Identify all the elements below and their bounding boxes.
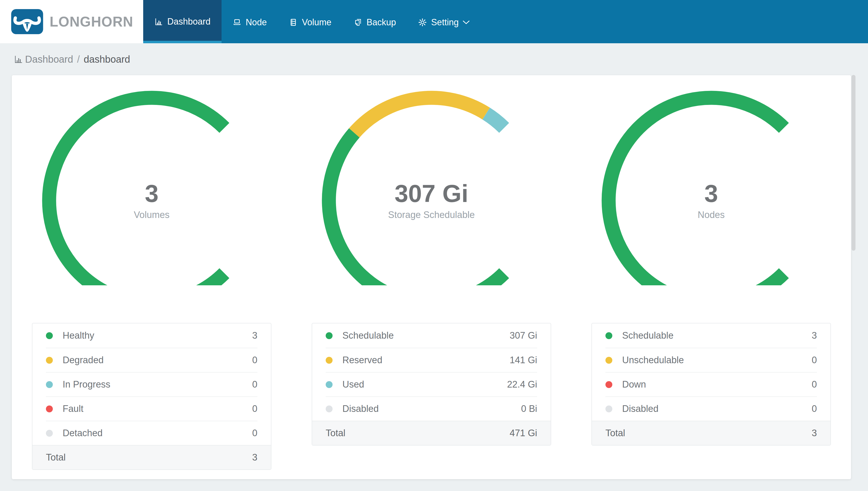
- table-row: Schedulable 307 Gi: [326, 323, 537, 348]
- volumes-legend-table: Healthy 3 Degraded 0 In Progress 0 Fault…: [32, 323, 271, 470]
- gauge-center: 3 Volumes: [41, 180, 262, 221]
- row-label: Down: [622, 379, 646, 390]
- row-value: 307 Gi: [510, 330, 537, 341]
- table-total-row: Total 471 Gi: [312, 421, 551, 445]
- table-row: Degraded 0: [46, 348, 257, 372]
- nav-item-node[interactable]: Node: [221, 0, 278, 43]
- row-label: Disabled: [342, 404, 379, 414]
- nav-item-setting[interactable]: Setting: [407, 0, 481, 43]
- table-row: Healthy 3: [46, 323, 257, 348]
- row-value: 0: [812, 379, 817, 390]
- row-label: Healthy: [63, 330, 94, 341]
- disabled-dot: [326, 405, 333, 412]
- table-row: Unschedulable 0: [606, 348, 817, 372]
- table-row: Disabled 0: [606, 396, 817, 421]
- total-value: 471 Gi: [510, 428, 537, 438]
- total-label: Total: [46, 452, 66, 463]
- breadcrumb-section[interactable]: Dashboard: [25, 54, 73, 65]
- table-row: Schedulable 3: [606, 323, 817, 348]
- row-label: Fault: [63, 404, 83, 414]
- nav-label: Node: [246, 17, 267, 28]
- schedulable-dot: [326, 332, 333, 339]
- laptop-icon: [232, 18, 242, 27]
- row-label: Schedulable: [342, 330, 394, 341]
- nodes-legend-table: Schedulable 3 Unschedulable 0 Down 0 Dis…: [591, 323, 831, 445]
- nav-label: Backup: [367, 17, 396, 28]
- gauge-center: 307 Gi Storage Schedulable: [321, 180, 542, 221]
- down-dot: [606, 381, 612, 388]
- volumes-panel: 3 Volumes Healthy 3 Degraded 0 In Progre…: [12, 75, 291, 479]
- brand-text: LONGHORN: [50, 13, 133, 30]
- row-label: Schedulable: [622, 330, 674, 341]
- row-label: Degraded: [63, 355, 104, 366]
- table-row: Detached 0: [46, 421, 257, 445]
- row-label: In Progress: [63, 379, 110, 390]
- total-value: 3: [252, 452, 257, 463]
- row-label: Reserved: [342, 355, 382, 366]
- table-row: Down 0: [606, 372, 817, 396]
- dashboard-card: 3 Volumes Healthy 3 Degraded 0 In Progre…: [12, 75, 851, 479]
- row-value: 0: [812, 404, 817, 414]
- bar-chart-icon: [14, 55, 23, 64]
- table-row: Reserved 141 Gi: [326, 348, 537, 372]
- top-header: LONGHORN Dashboard: [0, 0, 868, 43]
- copy-icon: [353, 18, 362, 27]
- bar-chart-icon: [154, 17, 163, 26]
- row-value: 141 Gi: [510, 355, 537, 366]
- storage-panel: 307 Gi Storage Schedulable Schedulable 3…: [291, 75, 571, 479]
- nav-item-volume[interactable]: Volume: [278, 0, 342, 43]
- disabled-dot: [606, 405, 612, 412]
- fault-dot: [46, 405, 53, 412]
- nav-item-backup[interactable]: Backup: [342, 0, 407, 43]
- degraded-dot: [46, 357, 53, 364]
- unschedulable-dot: [606, 357, 612, 364]
- volumes-label: Volumes: [41, 209, 262, 221]
- row-label: Detached: [63, 428, 103, 438]
- row-value: 0: [252, 355, 257, 366]
- volumes-gauge: 3 Volumes: [41, 90, 262, 285]
- row-value: 3: [252, 330, 257, 341]
- row-label: Used: [342, 379, 364, 390]
- nodes-panel: 3 Nodes Schedulable 3 Unschedulable 0 Do…: [571, 75, 851, 479]
- breadcrumb-separator: /: [77, 54, 80, 65]
- volumes-count: 3: [41, 180, 262, 207]
- row-value: 0: [252, 404, 257, 414]
- chevron-down-icon: [462, 20, 470, 25]
- detached-dot: [46, 430, 53, 437]
- table-row: Fault 0: [46, 396, 257, 421]
- nav-label: Setting: [431, 17, 459, 28]
- row-value: 3: [812, 330, 817, 341]
- logo-block[interactable]: LONGHORN: [0, 0, 143, 43]
- used-dot: [326, 381, 333, 388]
- table-row: Used 22.4 Gi: [326, 372, 537, 396]
- total-label: Total: [606, 428, 625, 438]
- longhorn-bull-icon: [11, 9, 43, 34]
- total-label: Total: [326, 428, 345, 438]
- database-icon: [289, 18, 298, 27]
- storage-label: Storage Schedulable: [321, 209, 542, 221]
- total-value: 3: [812, 428, 817, 438]
- storage-gauge: 307 Gi Storage Schedulable: [321, 90, 542, 285]
- nav-label: Dashboard: [167, 17, 211, 27]
- row-value: 0 Bi: [521, 404, 537, 414]
- vertical-scrollbar-thumb[interactable]: [851, 75, 856, 251]
- healthy-dot: [46, 332, 53, 339]
- row-value: 0: [252, 428, 257, 438]
- breadcrumb-current-page: dashboard: [84, 54, 130, 65]
- reserved-dot: [326, 357, 333, 364]
- table-total-row: Total 3: [592, 421, 830, 445]
- row-value: 0: [812, 355, 817, 366]
- row-label: Unschedulable: [622, 355, 684, 366]
- nav-item-dashboard[interactable]: Dashboard: [143, 0, 221, 43]
- row-label: Disabled: [622, 404, 658, 414]
- nodes-gauge: 3 Nodes: [601, 90, 822, 285]
- nodes-label: Nodes: [601, 209, 822, 221]
- gear-icon: [418, 18, 427, 27]
- main-nav: Dashboard Node: [143, 0, 868, 43]
- table-total-row: Total 3: [32, 445, 271, 469]
- gauge-center: 3 Nodes: [601, 180, 822, 221]
- row-value: 22.4 Gi: [507, 379, 537, 390]
- nav-label: Volume: [302, 17, 331, 28]
- schedulable-dot: [606, 332, 612, 339]
- nodes-count: 3: [601, 180, 822, 207]
